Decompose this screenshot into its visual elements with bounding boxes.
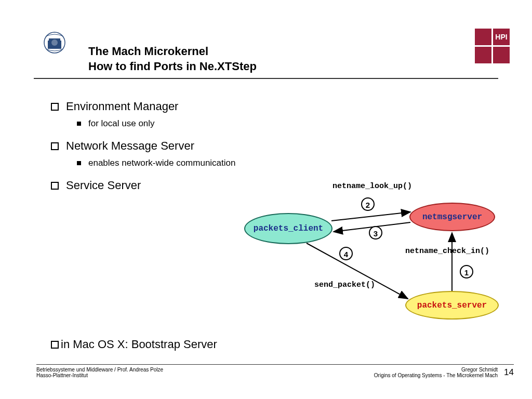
- diagram-label-send: send_packet(): [314, 281, 375, 289]
- hpi-square: [493, 47, 510, 63]
- slide: HPI The Mach Microkernel How to find Por…: [0, 0, 532, 399]
- square-sub-bullet-icon: [77, 161, 81, 165]
- diagram-step-1: 1: [460, 265, 473, 278]
- footer-author: Gregor Schmidt: [374, 367, 498, 373]
- sub-bullet-text: enables network-wide communication: [88, 158, 235, 168]
- footer-left: Betriebssysteme und Middleware / Prof. A…: [36, 367, 163, 378]
- svg-line-6: [307, 243, 408, 299]
- page-number: 14: [504, 367, 514, 378]
- square-bullet-icon: [51, 341, 59, 349]
- square-bullet-icon: [51, 103, 59, 111]
- bullet-item: in Mac OS X: Bootstrap Server: [51, 338, 217, 351]
- hpi-square: [475, 47, 491, 63]
- diagram-node-server: packets_server: [405, 291, 499, 320]
- diagram-step-2: 2: [361, 197, 375, 211]
- square-bullet-icon: [51, 142, 59, 150]
- sub-bullet-item: for local use only: [51, 118, 496, 129]
- sub-bullet-item: enables network-wide communication: [51, 158, 496, 168]
- sub-bullet-text: for local use only: [88, 118, 155, 129]
- diagram-label-checkin: netname_check_in(): [405, 247, 489, 256]
- slide-content: Environment Manager for local use only N…: [36, 100, 496, 192]
- slide-footer: Betriebssysteme und Middleware / Prof. A…: [36, 364, 514, 378]
- diagram-label-lookup: netname_look_up(): [332, 182, 412, 191]
- footer-course: Betriebssysteme und Middleware / Prof. A…: [36, 367, 163, 373]
- footer-right: Gregor Schmidt Origins of Operating Syst…: [374, 367, 514, 378]
- diagram-node-client: packets_client: [244, 213, 332, 244]
- slide-header: The Mach Microkernel How to find Ports i…: [36, 31, 496, 74]
- hpi-label: HPI: [493, 29, 510, 45]
- bullet-text: Network Message Server: [66, 139, 194, 153]
- slide-title-line1: The Mach Microkernel: [88, 44, 257, 59]
- diagram-step-3: 3: [369, 226, 382, 240]
- bullet-text: Environment Manager: [66, 100, 178, 113]
- slide-title-line2: How to find Ports in Ne.XTStep: [88, 59, 257, 74]
- svg-line-4: [331, 212, 410, 221]
- bullet-text: Service Server: [66, 179, 141, 192]
- header-divider: [34, 78, 498, 79]
- bullet-item: Environment Manager: [51, 100, 496, 113]
- hpi-logo: HPI: [475, 29, 511, 68]
- university-logo: [36, 31, 73, 60]
- diagram-step-4: 4: [339, 247, 353, 260]
- square-bullet-icon: [51, 182, 59, 190]
- svg-point-3: [51, 39, 58, 46]
- square-sub-bullet-icon: [77, 122, 81, 126]
- bullet-item: Network Message Server: [51, 139, 496, 153]
- diagram-node-msgserver: netmsgserver: [409, 203, 495, 231]
- port-diagram: netname_look_up() netname_check_in() sen…: [244, 182, 509, 327]
- footer-topic: Origins of Operating Systems - The Micro…: [374, 373, 498, 378]
- hpi-square: [475, 29, 491, 45]
- bullet-text: in Mac OS X: Bootstrap Server: [61, 338, 217, 351]
- footer-institute: Hasso-Plattner-Institut: [36, 373, 163, 378]
